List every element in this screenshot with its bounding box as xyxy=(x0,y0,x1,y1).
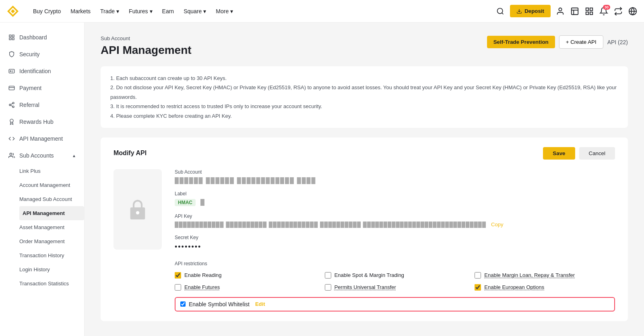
save-button[interactable]: Save xyxy=(543,147,575,160)
orders-icon[interactable] xyxy=(570,6,580,16)
nav-buy-crypto[interactable]: Buy Crypto xyxy=(29,6,65,17)
page-header-actions: Self-Trade Prevention + Create API API (… xyxy=(487,35,628,49)
page-header: Sub Account API Management Self-Trade Pr… xyxy=(101,35,628,66)
transfer-icon[interactable] xyxy=(613,6,623,16)
main-content: Sub Account API Management Self-Trade Pr… xyxy=(85,23,644,336)
chevron-down-icon: ▾ xyxy=(116,8,119,14)
logo[interactable] xyxy=(6,5,19,18)
whitelist-edit-button[interactable]: Edit xyxy=(255,301,265,307)
svg-point-24 xyxy=(12,102,14,104)
sidebar-sub-api-management[interactable]: API Management xyxy=(19,206,84,220)
enable-spot-label[interactable]: Enable Spot & Margin Trading xyxy=(334,272,404,278)
nav-square[interactable]: Square ▾ xyxy=(180,6,210,17)
enable-margin-loan-checkbox[interactable] xyxy=(475,272,481,279)
svg-rect-10 xyxy=(586,8,588,10)
sidebar-sub-account-management[interactable]: Account Management xyxy=(19,178,84,192)
svg-rect-11 xyxy=(590,8,592,10)
svg-point-30 xyxy=(10,153,12,155)
sidebar-sub-link-plus[interactable]: Link Plus xyxy=(19,164,84,178)
sidebar-item-label: Dashboard xyxy=(19,34,47,41)
self-trade-prevention-button[interactable]: Self-Trade Prevention xyxy=(487,36,555,48)
api-restrictions-section: API restrictions Enable Reading Enable S… xyxy=(175,261,615,311)
chevron-down-icon: ▾ xyxy=(150,8,153,14)
sub-accounts-icon xyxy=(8,152,15,159)
sidebar-item-label: Identification xyxy=(19,68,51,74)
sidebar-item-dashboard[interactable]: Dashboard xyxy=(0,29,84,46)
create-api-button[interactable]: + Create API xyxy=(559,35,603,49)
enable-whitelist-checkbox[interactable] xyxy=(180,301,186,307)
enable-reading-checkbox[interactable] xyxy=(175,272,181,279)
sidebar-item-sub-accounts[interactable]: Sub Accounts ▲ xyxy=(0,147,84,164)
secret-key-value: •••••••• xyxy=(175,243,615,251)
sidebar-sub-transaction-statistics[interactable]: Transaction Statistics xyxy=(19,277,84,291)
enable-futures-label[interactable]: Enable Futures xyxy=(184,284,220,290)
restriction-enable-reading: Enable Reading xyxy=(175,272,315,279)
label-field: Label HMAC █ xyxy=(175,191,615,206)
sub-account-field: Sub Account ██████ ██████ ████████████ █… xyxy=(175,169,615,184)
enable-european-label[interactable]: Enable European Options xyxy=(484,284,544,290)
topnav-actions: Deposit 30 xyxy=(495,5,638,17)
enable-margin-loan-label[interactable]: Enable Margin Loan, Repay & Transfer xyxy=(484,272,575,278)
sidebar-sub-managed-sub-account[interactable]: Managed Sub Account xyxy=(19,192,84,206)
svg-point-21 xyxy=(10,71,11,72)
notification-icon[interactable]: 30 xyxy=(599,6,609,16)
id-icon xyxy=(8,68,15,75)
permits-universal-checkbox[interactable] xyxy=(325,284,331,291)
enable-spot-checkbox[interactable] xyxy=(325,272,331,279)
restrictions-grid: Enable Reading Enable Spot & Margin Trad… xyxy=(175,272,615,291)
modify-api-actions: Save Cancel xyxy=(543,147,615,160)
svg-rect-12 xyxy=(586,12,588,14)
rewards-icon xyxy=(8,118,15,125)
sidebar-sub-login-history[interactable]: Login History xyxy=(19,262,84,277)
sidebar-sub-asset-management[interactable]: Asset Management xyxy=(19,220,84,234)
apps-icon[interactable] xyxy=(628,6,638,16)
restrictions-label: API restrictions xyxy=(175,261,615,266)
notification-count: 30 xyxy=(603,5,610,10)
notice-item-3: 3. It is recommended to restrict access … xyxy=(110,102,618,111)
sidebar-item-rewards-hub[interactable]: Rewards Hub xyxy=(0,113,84,130)
modify-api-body: Sub Account ██████ ██████ ████████████ █… xyxy=(114,169,615,311)
lock-icon-container xyxy=(114,169,162,250)
svg-point-6 xyxy=(559,8,561,10)
breadcrumb: Sub Account xyxy=(101,35,192,41)
enable-futures-checkbox[interactable] xyxy=(175,284,181,291)
svg-point-32 xyxy=(136,211,139,214)
nav-trade[interactable]: Trade ▾ xyxy=(96,6,123,17)
whitelist-row: Enable Symbol Whitelist Edit xyxy=(175,297,615,311)
modify-api-title: Modify API xyxy=(114,150,147,157)
sidebar-item-referral[interactable]: Referral xyxy=(0,96,84,113)
permits-universal-label[interactable]: Permits Universal Transfer xyxy=(334,284,396,290)
notice-box: 1. Each subaccount can create up to 30 A… xyxy=(101,66,628,128)
nav-futures[interactable]: Futures ▾ xyxy=(125,6,156,17)
chevron-down-icon: ▾ xyxy=(203,8,206,14)
svg-point-3 xyxy=(497,8,503,13)
deposit-button[interactable]: Deposit xyxy=(510,5,551,17)
restriction-enable-margin-loan: Enable Margin Loan, Repay & Transfer xyxy=(475,272,615,279)
sidebar-sub-order-management[interactable]: Order Management xyxy=(19,234,84,248)
label-field-label: Label xyxy=(175,191,615,197)
restriction-enable-european: Enable European Options xyxy=(475,284,615,291)
enable-whitelist-label[interactable]: Enable Symbol Whitelist xyxy=(189,301,250,307)
secret-key-label: Secret Key xyxy=(175,235,615,240)
nav-earn[interactable]: Earn xyxy=(158,6,178,17)
copy-button[interactable]: Copy xyxy=(491,221,503,227)
nav-more[interactable]: More ▾ xyxy=(212,6,237,17)
grid-icon[interactable] xyxy=(584,6,594,16)
sidebar-item-label: API Management xyxy=(19,135,63,142)
user-icon[interactable] xyxy=(555,6,565,16)
restriction-permits-universal: Permits Universal Transfer xyxy=(325,284,465,291)
enable-reading-label[interactable]: Enable Reading xyxy=(184,272,222,278)
svg-point-26 xyxy=(12,106,14,108)
sidebar-item-security[interactable]: Security xyxy=(0,46,84,63)
nav-links: Buy Crypto Markets Trade ▾ Futures ▾ Ear… xyxy=(29,6,495,17)
cancel-button[interactable]: Cancel xyxy=(579,147,615,160)
modify-fields: Sub Account ██████ ██████ ████████████ █… xyxy=(175,169,615,311)
sidebar-item-payment[interactable]: Payment xyxy=(0,80,84,96)
label-extra: █ xyxy=(200,199,205,205)
enable-european-checkbox[interactable] xyxy=(475,284,481,291)
search-icon[interactable] xyxy=(495,6,505,16)
sidebar-item-api-management[interactable]: API Management xyxy=(0,130,84,147)
sidebar-sub-transaction-history[interactable]: Transaction History xyxy=(19,248,84,262)
nav-markets[interactable]: Markets xyxy=(66,6,95,17)
sidebar-item-identification[interactable]: Identification xyxy=(0,63,84,80)
